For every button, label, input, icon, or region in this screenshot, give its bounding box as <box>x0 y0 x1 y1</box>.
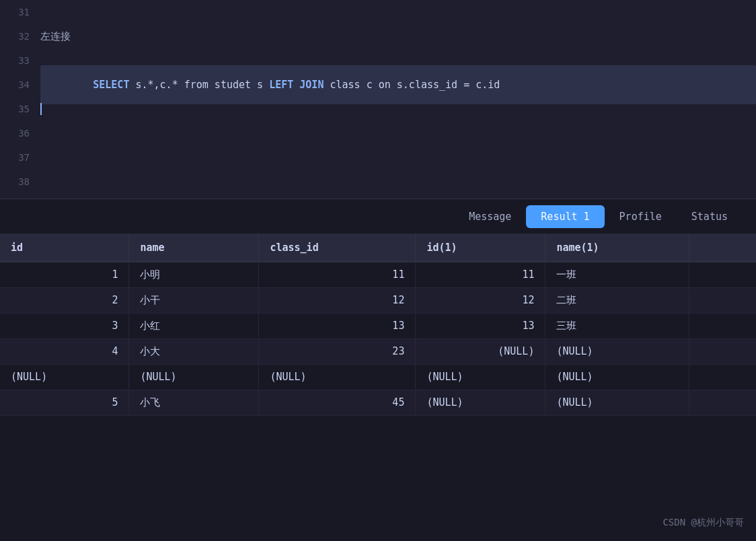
editor-line-32: 32 左连接 <box>0 24 756 48</box>
line-num-35: 35 <box>0 104 40 114</box>
line-num-31: 31 <box>0 7 40 17</box>
cell-id1: (NULL) <box>416 390 545 415</box>
cell-id: 3 <box>0 313 129 338</box>
cell-id: 2 <box>0 287 129 313</box>
col-header-name: name <box>129 233 259 262</box>
cell-extra <box>689 287 756 313</box>
col-header-extra <box>689 233 756 262</box>
table-row: 3 小红 13 13 三班 <box>0 313 756 338</box>
results-table: id name class_id id(1) name(1) 1 小明 11 1… <box>0 233 756 416</box>
cell-class_id: (NULL) <box>259 364 416 390</box>
table-row: 5 小飞 45 (NULL) (NULL) <box>0 390 756 415</box>
line-num-38: 38 <box>0 176 40 187</box>
tab-status[interactable]: Status <box>677 205 743 228</box>
tab-result1[interactable]: Result 1 <box>526 205 604 228</box>
cell-id: 5 <box>0 390 129 415</box>
cell-name1: (NULL) <box>545 364 689 390</box>
cell-name1: 三班 <box>545 313 689 338</box>
line-content-35 <box>40 103 756 115</box>
toolbar: Message Result 1 Profile Status <box>0 199 756 233</box>
cell-class_id: 45 <box>259 390 416 415</box>
table-row: (NULL) (NULL) (NULL) (NULL) (NULL) <box>0 364 756 390</box>
line-num-33: 33 <box>0 55 40 66</box>
col-header-id: id <box>0 233 129 262</box>
table-row: 1 小明 11 11 一班 <box>0 262 756 287</box>
table-row: 4 小大 23 (NULL) (NULL) <box>0 338 756 364</box>
cell-name1: (NULL) <box>545 390 689 415</box>
col-header-id1: id(1) <box>416 233 545 262</box>
cell-id1: 13 <box>416 313 545 338</box>
col-header-class_id: class_id <box>259 233 416 262</box>
editor-line-31: 31 <box>0 0 756 24</box>
cell-class_id: 23 <box>259 338 416 364</box>
line-content-31 <box>40 6 756 18</box>
editor-line-34: 34 SELECT s.*,c.* from studet s LEFT JOI… <box>0 73 756 97</box>
table-header-row: id name class_id id(1) name(1) <box>0 233 756 262</box>
cell-id1: 12 <box>416 287 545 313</box>
main-container: 31 32 左连接 33 34 SELECT s.*,c.* from stud… <box>0 0 756 541</box>
cell-class_id: 11 <box>259 262 416 287</box>
cell-extra <box>689 313 756 338</box>
cell-name: 小红 <box>129 313 259 338</box>
cell-name1: 二班 <box>545 287 689 313</box>
cell-extra <box>689 390 756 415</box>
cell-id1: (NULL) <box>416 338 545 364</box>
cell-extra <box>689 338 756 364</box>
line-num-36: 36 <box>0 128 40 139</box>
line-content-32: 左连接 <box>40 30 756 43</box>
editor-line-38: 38 <box>0 170 756 194</box>
line-num-32: 32 <box>0 31 40 42</box>
cell-name: 小飞 <box>129 390 259 415</box>
cell-class_id: 12 <box>259 287 416 313</box>
line-content-34: SELECT s.*,c.* from studet s LEFT JOIN c… <box>40 65 756 104</box>
cell-id: 4 <box>0 338 129 364</box>
cell-name: 小明 <box>129 262 259 287</box>
cell-id: (NULL) <box>0 364 129 390</box>
tab-message[interactable]: Message <box>454 205 526 228</box>
line-content-38 <box>40 176 756 188</box>
results-area: id name class_id id(1) name(1) 1 小明 11 1… <box>0 233 756 541</box>
cell-name1: 一班 <box>545 262 689 287</box>
line-content-37 <box>40 151 756 164</box>
cell-name: (NULL) <box>129 364 259 390</box>
cell-id1: 11 <box>416 262 545 287</box>
tab-profile[interactable]: Profile <box>605 205 677 228</box>
line-num-37: 37 <box>0 152 40 163</box>
cell-name: 小大 <box>129 338 259 364</box>
cell-extra <box>689 262 756 287</box>
cell-name1: (NULL) <box>545 338 689 364</box>
results-section: id name class_id id(1) name(1) 1 小明 11 1… <box>0 233 756 541</box>
editor-line-37: 37 <box>0 145 756 170</box>
cell-name: 小干 <box>129 287 259 313</box>
table-row: 2 小干 12 12 二班 <box>0 287 756 313</box>
col-header-name1: name(1) <box>545 233 689 262</box>
cell-class_id: 13 <box>259 313 416 338</box>
line-num-34: 34 <box>0 79 40 90</box>
cell-id1: (NULL) <box>416 364 545 390</box>
cell-id: 1 <box>0 262 129 287</box>
line-content-36 <box>40 127 756 139</box>
watermark: CSDN @杭州小哥哥 <box>663 517 744 529</box>
editor-line-36: 36 <box>0 121 756 145</box>
cell-extra <box>689 364 756 390</box>
editor-area: 31 32 左连接 33 34 SELECT s.*,c.* from stud… <box>0 0 756 199</box>
